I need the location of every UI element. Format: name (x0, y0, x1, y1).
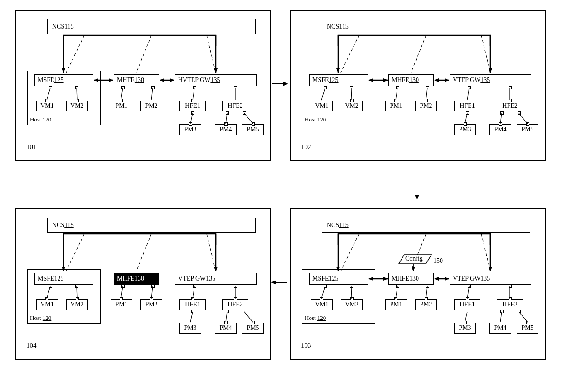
hfe1-box: HFE1 (454, 299, 480, 310)
port (509, 297, 512, 300)
pm5-box: PM5 (517, 124, 538, 135)
host-label: Host 120 (305, 315, 326, 322)
port (320, 99, 323, 102)
svg-line-36 (207, 234, 216, 271)
port (75, 285, 78, 288)
port (49, 86, 52, 89)
pm1-box: PM1 (111, 299, 132, 310)
port (76, 99, 79, 102)
svg-line-49 (411, 234, 426, 271)
port (252, 321, 255, 324)
gw-box: HVTEP GW 135 (175, 74, 257, 86)
panel-104: NCS 115Host 120MSFE 125MHFE 130VTEP GW 1… (15, 208, 271, 360)
gw-box: VTEP GW 135 (450, 273, 531, 285)
panel-102: NCS 115Host 120MSFE 125MHFE 130VTEP GW 1… (290, 10, 546, 161)
config-id: 150 (433, 257, 443, 265)
port (464, 122, 467, 126)
port (468, 285, 471, 288)
hfe1-box: HFE1 (179, 299, 206, 310)
msfe-box: MSFE 125 (34, 273, 93, 285)
host-label: Host 120 (30, 116, 51, 123)
vm2-box: VM2 (341, 299, 363, 310)
hfe2-box: HFE2 (222, 101, 248, 111)
port (526, 321, 529, 324)
svg-line-27 (467, 88, 469, 100)
port (426, 285, 429, 288)
svg-line-2 (66, 35, 84, 73)
port (193, 86, 196, 89)
port (120, 99, 123, 102)
vm1-box: VM1 (311, 299, 333, 310)
svg-line-50 (481, 234, 490, 271)
port (468, 86, 471, 89)
port (49, 285, 52, 288)
port (252, 122, 255, 126)
pm5-box: PM5 (517, 323, 538, 334)
panel-103: NCS 115Host 120MSFE 125MHFE 130VTEP GW 1… (290, 208, 546, 360)
svg-line-20 (481, 35, 490, 73)
vm1-box: VM1 (311, 101, 333, 111)
port (466, 99, 469, 102)
port (500, 310, 504, 313)
port (526, 122, 529, 126)
hfe1-box: HFE1 (454, 101, 480, 111)
port (394, 99, 397, 102)
pm2-box: PM2 (415, 299, 437, 310)
port (320, 297, 323, 300)
msfe-box: MSFE 125 (309, 74, 368, 86)
port (499, 321, 502, 324)
pm1-box: PM1 (385, 299, 407, 310)
vm2-box: VM2 (341, 101, 363, 111)
port (120, 297, 123, 300)
port (243, 111, 246, 115)
svg-line-34 (66, 234, 84, 271)
port (396, 285, 399, 288)
ncs-box: NCS 115 (47, 19, 256, 34)
port (466, 297, 469, 300)
svg-line-19 (411, 35, 426, 73)
ncs-box: NCS 115 (322, 19, 530, 34)
svg-line-4 (207, 35, 216, 73)
port (500, 111, 504, 115)
pm4-box: PM4 (215, 124, 237, 135)
svg-line-56 (426, 286, 427, 299)
svg-line-10 (151, 88, 153, 100)
port (226, 111, 229, 115)
port (324, 86, 327, 89)
port (464, 321, 467, 324)
svg-line-55 (396, 286, 397, 299)
port (509, 86, 512, 89)
pm1-box: PM1 (111, 101, 132, 111)
port (243, 310, 246, 313)
hfe1-box: HFE1 (179, 101, 206, 111)
config-label: Config (405, 255, 423, 262)
port (151, 285, 155, 288)
mhfe-box: MHFE 130 (388, 74, 434, 86)
pm4-box: PM4 (215, 323, 237, 334)
port (234, 285, 237, 288)
mhfe-box: MHFE 130 (114, 273, 159, 285)
port (191, 111, 194, 115)
svg-line-48 (341, 234, 359, 271)
port (499, 122, 502, 126)
hfe2-box: HFE2 (222, 299, 248, 310)
port (76, 297, 79, 300)
port (121, 285, 125, 288)
svg-line-25 (396, 88, 397, 100)
gw-box: VTEP GW 135 (450, 74, 531, 86)
svg-line-11 (193, 88, 194, 100)
vm1-box: VM1 (36, 299, 58, 310)
vm1-box: VM1 (36, 101, 58, 111)
svg-line-41 (193, 286, 194, 299)
hfe2-box: HFE2 (497, 299, 523, 310)
host-label: Host 120 (30, 315, 51, 322)
gw-box: VTEP GW 135 (175, 273, 257, 285)
pm3-box: PM3 (454, 323, 476, 334)
ref-101: 101 (26, 143, 37, 151)
mhfe-box: MHFE 130 (388, 273, 434, 285)
ref-103: 103 (301, 342, 311, 349)
port (151, 86, 155, 89)
msfe-box: MSFE 125 (34, 74, 93, 86)
panel-101: NCS 115Host 120MSFE 125MHFE 130HVTEP GW … (15, 10, 271, 161)
port (324, 285, 327, 288)
